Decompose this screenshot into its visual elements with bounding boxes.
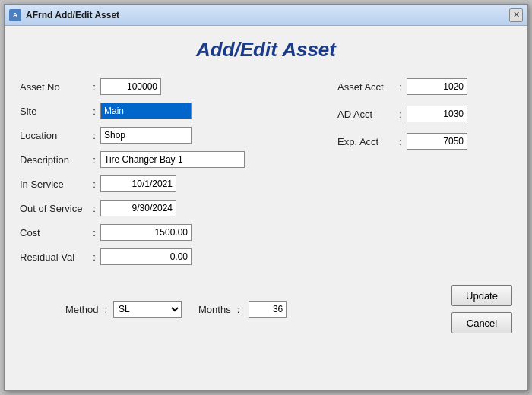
- left-section: Asset No : Site : Location :: [20, 78, 307, 273]
- location-colon: :: [88, 130, 100, 141]
- right-section: Asset Acct : AD Acct : Exp. Acct :: [337, 78, 512, 273]
- description-label: Description: [20, 154, 88, 166]
- description-colon: :: [88, 154, 100, 166]
- asset-no-input[interactable]: [100, 78, 161, 95]
- update-button[interactable]: Update: [451, 285, 512, 306]
- title-bar-left: A AFrnd Add/Edit Asset: [9, 9, 119, 21]
- cancel-button[interactable]: Cancel: [451, 312, 512, 333]
- method-row: Method : SL DB Months :: [65, 301, 287, 318]
- close-button[interactable]: ✕: [509, 8, 523, 22]
- site-colon: :: [88, 106, 100, 117]
- asset-acct-input[interactable]: [407, 78, 467, 95]
- method-colon: :: [104, 304, 107, 315]
- cost-row: Cost :: [20, 224, 307, 241]
- residual-row: Residual Val :: [20, 248, 307, 265]
- description-input[interactable]: [100, 151, 245, 168]
- main-window: A AFrnd Add/Edit Asset ✕ Add/Edit Asset …: [4, 4, 528, 391]
- site-input[interactable]: [100, 103, 192, 119]
- app-icon: A: [9, 9, 21, 21]
- location-label: Location: [20, 130, 88, 141]
- months-input[interactable]: [249, 301, 287, 318]
- asset-no-colon: :: [88, 81, 100, 93]
- site-row: Site :: [20, 103, 307, 119]
- bottom-area: Method : SL DB Months : Update Cancel: [20, 285, 512, 333]
- title-bar: A AFrnd Add/Edit Asset ✕: [5, 5, 527, 26]
- asset-no-row: Asset No :: [20, 78, 307, 95]
- out-service-colon: :: [88, 203, 100, 214]
- ad-acct-input[interactable]: [407, 106, 467, 122]
- months-colon: :: [237, 304, 240, 315]
- residual-input[interactable]: [100, 248, 192, 265]
- in-service-label: In Service: [20, 179, 88, 190]
- cost-label: Cost: [20, 227, 88, 239]
- method-label: Method: [65, 304, 98, 315]
- page-title: Add/Edit Asset: [20, 38, 512, 62]
- out-service-input[interactable]: [100, 200, 176, 216]
- window-body: Add/Edit Asset Asset No : Site : Loc: [5, 26, 527, 390]
- location-input[interactable]: [100, 127, 192, 144]
- exp-acct-colon: :: [394, 136, 407, 147]
- in-service-colon: :: [88, 179, 100, 190]
- site-label: Site: [20, 106, 88, 117]
- months-label: Months: [198, 304, 231, 315]
- form-area: Asset No : Site : Location :: [20, 78, 512, 273]
- exp-acct-row: Exp. Acct :: [337, 133, 512, 150]
- exp-acct-label: Exp. Acct: [337, 136, 394, 147]
- in-service-row: In Service :: [20, 175, 307, 192]
- asset-no-label: Asset No: [20, 81, 88, 93]
- buttons-area: Update Cancel: [451, 285, 512, 333]
- cost-input[interactable]: [100, 224, 192, 241]
- residual-colon: :: [88, 251, 100, 263]
- asset-acct-row: Asset Acct :: [337, 78, 512, 95]
- in-service-input[interactable]: [100, 175, 176, 192]
- ad-acct-label: AD Acct: [337, 109, 394, 120]
- ad-acct-colon: :: [394, 109, 407, 120]
- residual-label: Residual Val: [20, 251, 88, 263]
- location-row: Location :: [20, 127, 307, 144]
- out-service-label: Out of Service: [20, 203, 88, 214]
- asset-acct-label: Asset Acct: [337, 81, 394, 93]
- cost-colon: :: [88, 227, 100, 239]
- method-select[interactable]: SL DB: [113, 301, 182, 318]
- asset-acct-colon: :: [394, 81, 407, 93]
- out-service-row: Out of Service :: [20, 200, 307, 216]
- window-title: AFrnd Add/Edit Asset: [26, 10, 119, 21]
- description-row: Description :: [20, 151, 307, 168]
- ad-acct-row: AD Acct :: [337, 106, 512, 122]
- exp-acct-input[interactable]: [407, 133, 467, 150]
